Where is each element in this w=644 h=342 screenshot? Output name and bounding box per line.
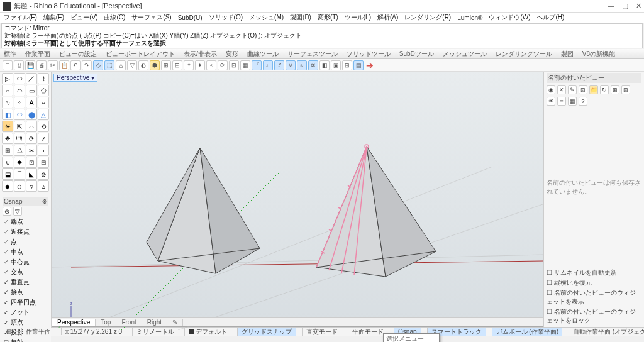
tool-button[interactable]: ◇ bbox=[93, 60, 103, 70]
tool-button[interactable]: ⟳ bbox=[218, 60, 228, 70]
tool-button[interactable]: ⟐ bbox=[206, 60, 216, 70]
osnap-item[interactable]: 四半円点 bbox=[3, 297, 48, 307]
osnap-item[interactable]: 近接点 bbox=[3, 227, 48, 237]
tool-revolve[interactable]: ⟲ bbox=[38, 121, 49, 132]
ribbon-tab[interactable]: ビューの設定 bbox=[59, 50, 97, 58]
menu-item[interactable]: ファイル(F) bbox=[1, 13, 40, 22]
tool-cone[interactable]: △ bbox=[38, 109, 49, 120]
tool-sphere[interactable]: ⬤ bbox=[26, 109, 37, 120]
tool-join[interactable]: ⊍ bbox=[2, 157, 13, 168]
panel-icon[interactable]: ▦ bbox=[568, 97, 577, 106]
tool-copy[interactable]: ⿻ bbox=[14, 133, 25, 144]
osnap-filter-icon[interactable]: ▽ bbox=[13, 207, 22, 216]
osnap-item[interactable]: 頂点 bbox=[3, 317, 48, 328]
right-panel-check[interactable]: 縦横比を復元 bbox=[547, 278, 641, 288]
panel-icon[interactable]: ✎ bbox=[568, 86, 577, 94]
tool-button[interactable]: 🖨 bbox=[36, 60, 47, 70]
panel-folder-icon[interactable]: 📁 bbox=[589, 86, 598, 94]
tool-boolean[interactable]: ⬓ bbox=[2, 168, 13, 180]
tool-explode[interactable]: ✸ bbox=[14, 157, 25, 168]
viewport-tab[interactable]: Right bbox=[142, 319, 167, 326]
tool-button[interactable]: ◧ bbox=[319, 60, 330, 70]
tool-loft[interactable]: ⌓ bbox=[26, 121, 37, 132]
ribbon-tab[interactable]: サーフェスツール bbox=[287, 50, 338, 58]
tool-split[interactable]: ⫗ bbox=[38, 145, 49, 156]
tool-button[interactable]: ↷ bbox=[82, 60, 92, 70]
tool-cylinder[interactable]: ⬭ bbox=[14, 109, 25, 120]
tool-button[interactable]: ⬢ bbox=[150, 60, 160, 70]
tool-misc[interactable]: ◇ bbox=[14, 180, 25, 192]
menu-item[interactable]: メッシュ(M) bbox=[247, 13, 286, 22]
panel-icon[interactable]: ◉ bbox=[547, 86, 555, 94]
tool-polygon[interactable]: ⬠ bbox=[38, 85, 49, 96]
tool-select[interactable]: ▷ bbox=[2, 73, 13, 84]
ribbon-tab[interactable]: レンダリングツール bbox=[496, 50, 552, 58]
menu-item[interactable]: ツール(L) bbox=[342, 13, 374, 22]
status-tail[interactable]: 自動作業平面 (オブジェクト) ヒストリを記録 フィ bbox=[569, 328, 644, 336]
tool-button[interactable]: ▣ bbox=[331, 60, 341, 70]
menu-item[interactable]: 変形(T) bbox=[315, 13, 341, 22]
tool-extrude[interactable]: ⇱ bbox=[14, 121, 25, 132]
menu-item[interactable]: ヘルプ(H) bbox=[534, 13, 567, 22]
tool-points[interactable]: ⁘ bbox=[14, 97, 25, 108]
maximize-button[interactable]: ▢ bbox=[622, 2, 628, 10]
tool-fillet[interactable]: ⌒ bbox=[14, 168, 25, 180]
right-panel-check[interactable]: サムネイルを自動更新 bbox=[547, 268, 641, 278]
tool-circle[interactable]: ○ bbox=[2, 85, 13, 96]
tool-light[interactable]: ☀ bbox=[2, 121, 13, 132]
tool-button[interactable]: ⎙ bbox=[14, 60, 24, 70]
tool-move[interactable]: ✥ bbox=[2, 133, 13, 144]
viewport-tab[interactable]: Top bbox=[96, 319, 116, 326]
tool-button[interactable]: □ bbox=[3, 60, 13, 70]
panel-icon[interactable]: ⊞ bbox=[611, 86, 619, 94]
panel-icon[interactable]: ? bbox=[579, 97, 587, 106]
osnap-item[interactable]: 中点 bbox=[3, 247, 48, 257]
ribbon-tab[interactable]: 製図 bbox=[561, 50, 574, 58]
right-panel-check[interactable]: 名前の付いたビューのウィジェットを表示 bbox=[547, 288, 641, 307]
tool-button[interactable]: ▽ bbox=[127, 60, 137, 70]
tool-ungroup[interactable]: ⊟ bbox=[38, 157, 49, 168]
tool-rotate[interactable]: ⟳ bbox=[26, 133, 37, 144]
menu-item[interactable]: サーフェス(S) bbox=[129, 13, 174, 22]
close-button[interactable]: ✕ bbox=[636, 2, 641, 10]
panel-icon[interactable]: ≡ bbox=[557, 97, 566, 106]
panel-icon[interactable]: 👁 bbox=[547, 97, 555, 106]
tool-button[interactable]: ⫽ bbox=[274, 60, 284, 70]
menu-item[interactable]: ビュー(V) bbox=[68, 13, 100, 22]
tool-button[interactable]: V bbox=[286, 60, 296, 70]
minimize-button[interactable]: — bbox=[608, 2, 614, 10]
menu-item[interactable]: ソリッド(O) bbox=[206, 13, 245, 22]
tool-button[interactable]: ↶ bbox=[70, 60, 80, 70]
tool-arc[interactable]: ◠ bbox=[14, 85, 25, 96]
tool-button[interactable]: ≈ bbox=[297, 60, 307, 70]
tool-misc[interactable]: ▵ bbox=[38, 180, 49, 192]
panel-icon[interactable]: ⊟ bbox=[621, 86, 630, 94]
osnap-item[interactable]: 垂直点 bbox=[3, 277, 48, 287]
tool-button[interactable]: ⊞ bbox=[161, 60, 171, 70]
tool-chamfer[interactable]: ◣ bbox=[26, 168, 37, 180]
ribbon-tab[interactable]: SubDツール bbox=[399, 50, 434, 58]
ribbon-tab[interactable]: 標準 bbox=[4, 50, 16, 58]
ribbon-tab[interactable]: 表示/非表示 bbox=[184, 50, 217, 58]
tool-offset[interactable]: ⊚ bbox=[38, 168, 49, 180]
tool-misc[interactable]: ◆ bbox=[2, 180, 13, 192]
tool-array[interactable]: ⊞ bbox=[2, 145, 13, 156]
tool-polyline[interactable]: ⌇ bbox=[38, 73, 49, 84]
tool-mirror[interactable]: ⧋ bbox=[14, 145, 25, 156]
osnap-item[interactable]: ノット bbox=[3, 307, 48, 317]
tool-curve[interactable]: ∿ bbox=[2, 97, 13, 108]
tool-button[interactable]: ▦ bbox=[240, 60, 250, 70]
osnap-item[interactable]: 接点 bbox=[3, 287, 48, 297]
ribbon-tab[interactable]: 変形 bbox=[226, 50, 238, 58]
viewport-tab-add[interactable]: ✎ bbox=[167, 319, 183, 326]
tool-group[interactable]: ⊡ bbox=[26, 157, 37, 168]
tool-button[interactable]: ◐ bbox=[138, 60, 148, 70]
panel-icon[interactable]: ⊡ bbox=[579, 86, 587, 94]
ribbon-tab[interactable]: 作業平面 bbox=[25, 50, 50, 58]
status-cplane[interactable]: 作業平面 bbox=[21, 328, 55, 336]
tool-button[interactable]: △ bbox=[116, 60, 126, 70]
tool-button[interactable]: 💾 bbox=[25, 60, 35, 70]
menu-item[interactable]: 解析(A) bbox=[375, 13, 401, 22]
menu-item[interactable]: 製図(D) bbox=[287, 13, 314, 22]
ribbon-tab[interactable]: ビューポートレイアウト bbox=[106, 50, 175, 58]
